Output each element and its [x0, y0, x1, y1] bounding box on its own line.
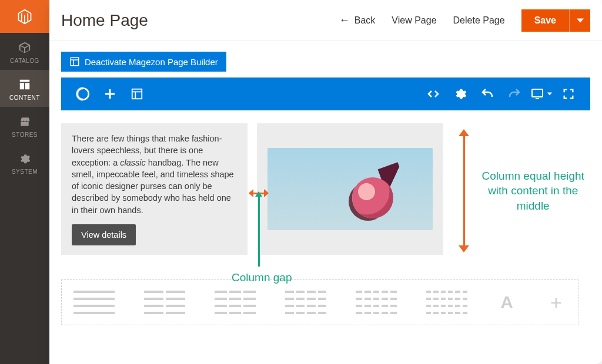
sidebar-item-stores[interactable]: STORES: [0, 107, 49, 144]
annotation-equal-height: Column equal height with content in the …: [459, 123, 594, 258]
builder-canvas: There are few things that make fashion-l…: [61, 123, 590, 325]
layout-preset-6col[interactable]: [426, 291, 467, 314]
toolbar-fullscreen-button[interactable]: [555, 77, 582, 110]
storefront-icon: [2, 115, 47, 128]
builder-toolbar: [61, 77, 590, 110]
page-header: Home Page Back View Page Delete Page Sav…: [49, 0, 602, 41]
caret-down-icon: [547, 92, 552, 96]
sidebar-item-label: CONTENT: [2, 95, 47, 101]
save-dropdown-caret[interactable]: [569, 9, 590, 32]
toolbar-logo-icon[interactable]: [69, 77, 96, 110]
page-title: Home Page: [61, 11, 148, 30]
layout-preset-5col[interactable]: [356, 291, 397, 314]
sidebar-item-label: SYSTEM: [2, 168, 47, 175]
caret-down-icon: [577, 17, 584, 24]
annotation-gap-pointer: [258, 196, 260, 267]
layout-presets-strip: A +: [61, 279, 578, 325]
sidebar-item-system[interactable]: SYSTEM: [0, 144, 49, 181]
svg-rect-3: [532, 89, 543, 97]
builder-body: Deactivate Magezon Page Builder: [49, 41, 602, 364]
deactivate-pagebuilder-label: Deactivate Magezon Page Builder: [85, 57, 218, 67]
magento-logo[interactable]: [0, 0, 49, 33]
card-text-italic: classic: [120, 158, 146, 167]
magento-icon: [16, 8, 33, 25]
admin-left-nav: CATALOG CONTENT STORES SYSTEM: [0, 0, 49, 364]
cube-icon: [2, 41, 47, 54]
sidebar-item-catalog[interactable]: CATALOG: [0, 33, 49, 70]
back-button[interactable]: Back: [331, 9, 384, 31]
view-page-button[interactable]: View Page: [383, 11, 444, 31]
save-split-button: Save: [521, 9, 590, 32]
view-details-button[interactable]: View details: [72, 224, 136, 245]
layout-preset-4col[interactable]: [285, 291, 326, 314]
layout-preset-add[interactable]: +: [546, 291, 566, 314]
vertical-double-arrow-icon: [459, 129, 464, 252]
toolbar-add-button[interactable]: [96, 77, 123, 110]
gear-icon: [2, 152, 47, 165]
layout-preset-1col[interactable]: [73, 291, 115, 314]
layout-preset-text[interactable]: A: [497, 292, 517, 312]
sidebar-item-label: STORES: [2, 132, 47, 138]
toolbar-templates-button[interactable]: [123, 77, 150, 110]
builder-column-image[interactable]: [257, 123, 443, 255]
deactivate-pagebuilder-button[interactable]: Deactivate Magezon Page Builder: [61, 52, 226, 72]
sidebar-item-label: CATALOG: [2, 58, 47, 64]
annotation-gap-label: Column gap: [232, 271, 292, 284]
delete-page-button[interactable]: Delete Page: [445, 11, 513, 31]
toolbar-settings-button[interactable]: [447, 77, 474, 110]
save-button[interactable]: Save: [521, 9, 569, 32]
card-text: There are few things that make fashion-l…: [72, 133, 237, 216]
toolbar-redo-button[interactable]: [501, 77, 528, 110]
svg-rect-2: [132, 89, 142, 99]
toolbar-undo-button[interactable]: [474, 77, 501, 110]
layout-preset-3col[interactable]: [215, 291, 256, 314]
handbag-image: [267, 148, 433, 230]
layout-icon: [69, 56, 80, 67]
main-panel: Home Page Back View Page Delete Page Sav…: [49, 0, 602, 364]
toolbar-viewport-button[interactable]: [528, 77, 555, 110]
layout-preset-2col[interactable]: [144, 291, 185, 314]
back-button-label: Back: [354, 15, 376, 26]
annotation-equal-height-label: Column equal height with content in the …: [472, 168, 594, 214]
layout-icon: [2, 78, 47, 91]
gear-icon: [454, 87, 467, 100]
builder-column-text[interactable]: There are few things that make fashion-l…: [61, 123, 248, 255]
svg-rect-0: [71, 58, 79, 66]
toolbar-code-button[interactable]: [420, 77, 447, 110]
sidebar-item-content[interactable]: CONTENT: [0, 70, 49, 107]
